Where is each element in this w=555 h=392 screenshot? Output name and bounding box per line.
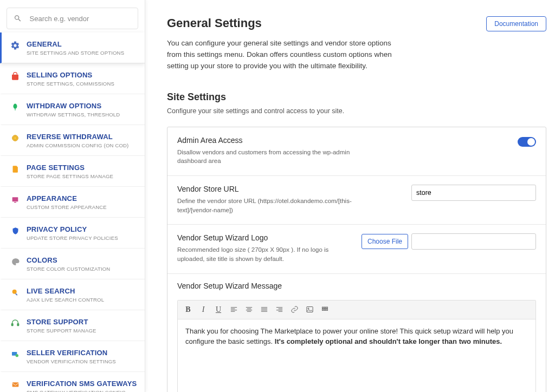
setting-admin-area-access: Admin Area Access Disallow vendors and c… xyxy=(167,127,546,176)
editor-align-right-button[interactable] xyxy=(272,303,286,317)
editor-text-bold: It's completely optional and shouldn't t… xyxy=(275,337,502,345)
sidebar-item-page-settings[interactable]: PAGE SETTINGS STORE PAGE SETTINGS MANAGE xyxy=(0,156,145,187)
editor-italic-button[interactable]: I xyxy=(196,303,210,317)
editor-align-center-button[interactable] xyxy=(242,303,256,317)
sidebar-item-sub: STORE SETTINGS, COMMISSIONS xyxy=(27,81,114,87)
sidebar-item-sub: STORE PAGE SETTINGS MANAGE xyxy=(27,173,113,179)
svg-point-11 xyxy=(16,354,18,357)
sidebar-item-seller-verification[interactable]: SELLER VERIFICATION VENDOR VERIFICATION … xyxy=(0,341,145,372)
sidebar-item-sub: WITHDRAW SETTINGS, THRESHOLD xyxy=(27,112,120,117)
sidebar-item-colors[interactable]: COLORS STORE COLOR CUSTOMIZATION xyxy=(0,249,145,279)
editor-align-justify-button[interactable] xyxy=(257,303,271,317)
sidebar-item-privacy-policy[interactable]: PRIVACY POLICY UPDATE STORE PRIVACY POLI… xyxy=(0,218,145,249)
svg-point-14 xyxy=(308,308,309,309)
editor-content[interactable]: Thank you for choosing The Marketplace t… xyxy=(178,319,535,392)
editor-toolbar: B I U xyxy=(178,300,535,319)
sidebar-item-label: COLORS xyxy=(27,256,110,264)
headset-icon xyxy=(10,318,20,328)
setting-vendor-store-url: Vendor Store URL Define the vendor store… xyxy=(167,176,546,225)
sidebar-item-label: LIVE SEARCH xyxy=(27,287,104,295)
svg-rect-12 xyxy=(12,382,18,387)
setting-help: Disallow vendors and customers from acce… xyxy=(177,148,372,166)
editor-underline-button[interactable]: U xyxy=(211,303,225,317)
svg-rect-4 xyxy=(12,197,18,201)
svg-rect-9 xyxy=(17,324,19,326)
section-subtitle: Configure your site settings and control… xyxy=(167,107,546,115)
sidebar-item-appearance[interactable]: APPEARANCE CUSTOM STORE APPEARANCE xyxy=(0,187,145,218)
svg-point-0 xyxy=(14,104,17,109)
sidebar-item-reverse-withdrawal[interactable]: REVERSE WITHDRAWAL ADMIN COMMISSION CONF… xyxy=(0,125,145,156)
sidebar-item-label: REVERSE WITHDRAWAL xyxy=(27,133,128,141)
setting-vendor-wizard-logo: Vendor Setup Wizard Logo Recommended log… xyxy=(167,225,546,273)
sidebar-item-label: SELLING OPTIONS xyxy=(27,71,114,79)
svg-rect-17 xyxy=(326,307,328,309)
sidebar-item-sub: SITE SETTINGS AND STORE OPTIONS xyxy=(27,50,124,56)
page-icon xyxy=(10,164,20,174)
editor-bold-button[interactable]: B xyxy=(181,303,195,317)
vendor-store-url-input[interactable] xyxy=(411,185,536,201)
documentation-button[interactable]: Documentation xyxy=(486,16,546,31)
search-icon xyxy=(14,14,22,23)
sidebar-item-verification-sms-gateways[interactable]: VERIFICATION SMS GATEWAYS SMS GATEWAY VE… xyxy=(0,372,145,392)
editor-link-button[interactable] xyxy=(287,303,301,317)
svg-rect-18 xyxy=(322,309,324,311)
admin-access-toggle[interactable] xyxy=(518,137,536,147)
sidebar-item-withdraw-options[interactable]: WITHDRAW OPTIONS WITHDRAW SETTINGS, THRE… xyxy=(0,94,145,125)
wizard-logo-path-input[interactable] xyxy=(411,233,536,250)
editor-image-button[interactable] xyxy=(302,303,317,317)
shield-icon xyxy=(10,226,20,236)
sidebar-item-live-search[interactable]: LIVE SEARCH AJAX LIVE SEARCH CONTROL xyxy=(0,279,145,310)
svg-rect-5 xyxy=(14,202,16,202)
sidebar-item-sub: CUSTOM STORE APPEARANCE xyxy=(27,204,107,210)
sidebar-item-label: APPEARANCE xyxy=(27,194,107,202)
settings-sidebar: GENERAL SITE SETTINGS AND STORE OPTIONS … xyxy=(0,0,145,392)
gear-icon xyxy=(10,41,20,50)
sidebar-item-label: PAGE SETTINGS xyxy=(27,164,113,172)
setting-label: Vendor Setup Wizard Logo xyxy=(177,233,346,242)
svg-rect-20 xyxy=(326,309,328,311)
sidebar-item-store-support[interactable]: STORE SUPPORT STORE SUPPORT MANAGE xyxy=(0,310,145,341)
verify-icon xyxy=(10,349,20,359)
svg-rect-13 xyxy=(306,307,312,312)
sidebar-item-label: GENERAL xyxy=(27,40,124,48)
sidebar-item-sub: SMS GATEWAY VERIFICATION CONFIG xyxy=(27,389,137,392)
sidebar-item-sub: AJAX LIVE SEARCH CONTROL xyxy=(27,297,104,303)
sidebar-item-general[interactable]: GENERAL SITE SETTINGS AND STORE OPTIONS xyxy=(0,32,145,63)
setting-vendor-wizard-message: Vendor Setup Wizard Message B I U Thank … xyxy=(167,274,546,392)
site-settings-panel: Admin Area Access Disallow vendors and c… xyxy=(167,127,546,392)
sidebar-item-sub: VENDOR VERIFICATION SETTINGS xyxy=(27,358,116,364)
svg-rect-19 xyxy=(324,309,326,311)
setting-help: Recommended logo size ( 270px X 90px ). … xyxy=(177,245,346,263)
setting-help: Define the vendor store URL (https://ote… xyxy=(177,197,372,214)
rich-text-editor: B I U Thank you for choosing The Marketp… xyxy=(177,300,536,392)
sidebar-item-label: VERIFICATION SMS GATEWAYS xyxy=(27,380,137,388)
balloon-icon xyxy=(10,102,20,112)
svg-point-2 xyxy=(12,135,18,141)
search-input[interactable] xyxy=(30,15,131,23)
sidebar-search[interactable] xyxy=(7,8,138,29)
palette-icon xyxy=(10,257,20,266)
svg-rect-16 xyxy=(324,307,326,309)
sidebar-item-label: STORE SUPPORT xyxy=(27,318,96,326)
sidebar-item-label: SELLER VERIFICATION xyxy=(27,349,116,357)
bag-icon xyxy=(10,71,20,81)
page-description: You can configure your general site sett… xyxy=(167,38,400,72)
sidebar-item-sub: ADMIN COMMISSION CONFIG (ON COD) xyxy=(27,142,128,148)
sidebar-item-sub: STORE SUPPORT MANAGE xyxy=(27,328,96,334)
setting-label: Admin Area Access xyxy=(177,136,502,145)
editor-more-button[interactable] xyxy=(318,303,332,317)
sms-icon xyxy=(10,380,20,390)
choose-file-button[interactable]: Choose File xyxy=(362,234,408,249)
coin-icon xyxy=(10,133,20,143)
page-title: General Settings xyxy=(167,16,262,30)
sidebar-item-label: WITHDRAW OPTIONS xyxy=(27,102,120,110)
svg-rect-15 xyxy=(322,307,324,309)
svg-rect-8 xyxy=(11,324,13,326)
appearance-icon xyxy=(10,195,20,205)
sidebar-item-selling-options[interactable]: SELLING OPTIONS STORE SETTINGS, COMMISSI… xyxy=(0,63,145,94)
sidebar-item-sub: STORE COLOR CUSTOMIZATION xyxy=(27,266,110,272)
setting-label: Vendor Setup Wizard Message xyxy=(177,282,536,290)
sidebar-item-sub: UPDATE STORE PRIVACY POLICIES xyxy=(27,235,118,241)
editor-align-left-button[interactable] xyxy=(227,303,241,317)
svg-rect-1 xyxy=(15,109,15,110)
